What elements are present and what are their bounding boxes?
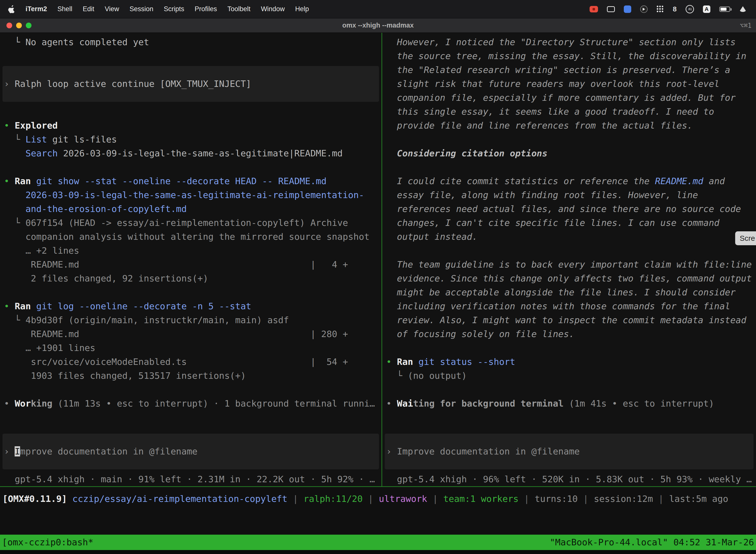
close-button[interactable] xyxy=(6,22,12,28)
text-segment xyxy=(413,357,419,367)
box-line: › Ralph loop active continue [OMX_TMUX_I… xyxy=(2,77,379,91)
text-segment: gpt-5.4 xhigh · main · 91% left · 2.31M … xyxy=(4,474,375,484)
text-segment: | xyxy=(653,494,669,504)
text-segment: Explored xyxy=(15,120,58,130)
minimize-button[interactable] xyxy=(16,22,22,28)
terminal-line: • Explored xyxy=(0,119,381,132)
text-segment: the "Related research writing" section i… xyxy=(386,65,730,75)
text-segment: › xyxy=(4,446,15,456)
text-segment xyxy=(31,176,36,186)
terminal-line: review. Also, I might want to inspect th… xyxy=(382,313,756,327)
terminal-line: output instead. xyxy=(382,230,756,244)
text-segment: Ran xyxy=(15,176,31,186)
prompt-input[interactable]: › Improve documentation in @filename xyxy=(385,434,754,469)
text-segment: git log --oneline --decorate -n 5 --stat xyxy=(36,301,251,311)
text-segment: (1m 41s • esc to interrupt) xyxy=(564,398,714,408)
text-segment: README.md | 280 + xyxy=(4,329,348,339)
text-segment: └ xyxy=(4,218,25,228)
text-segment: Ralph loop active continue [OMX_TMUX_INJ… xyxy=(15,79,251,89)
wifi-icon[interactable] xyxy=(739,6,747,12)
terminal-line: Search 2026-03-09-is-legal-the-same-as-l… xyxy=(0,147,381,160)
screen-recording-indicator-icon[interactable] xyxy=(589,6,598,12)
terminal-line: • Working (11m 13s • esc to interrupt) ·… xyxy=(0,397,381,410)
terminal-line: The team guideline is to back every impo… xyxy=(382,258,756,272)
pointer-app-icon[interactable] xyxy=(640,5,648,13)
text-segment: essay file, along with finding root file… xyxy=(386,190,698,200)
menu-item-help[interactable]: Help xyxy=(290,5,314,13)
battery-icon[interactable] xyxy=(719,6,730,12)
window-shortcut-badge: ⌥⌘1 xyxy=(740,22,752,29)
menu-item-profiles[interactable]: Profiles xyxy=(189,5,222,13)
terminal-line: └ 4b9d30f (origin/main, instructkr/main,… xyxy=(0,313,381,327)
blank-line xyxy=(0,160,381,174)
screen: iTerm2 ShellEditViewSessionScriptsProfil… xyxy=(0,0,756,554)
blue-app-icon[interactable] xyxy=(624,5,631,13)
text-segment: team:1 workers xyxy=(443,494,518,504)
text-segment: ting for background terminal xyxy=(413,398,564,408)
terminal-line: 2026-03-09-is-legal-the-same-as-legitima… xyxy=(0,188,381,202)
menu-item-toolbelt[interactable]: Toolbelt xyxy=(222,5,256,13)
text-segment: I could cite commit statistics or refere… xyxy=(386,176,655,186)
menu-item-window[interactable]: Window xyxy=(256,5,290,13)
text-segment xyxy=(31,301,36,311)
text-segment: However, I noticed the "Directory Struct… xyxy=(386,37,736,47)
menu-item-edit[interactable]: Edit xyxy=(78,5,100,13)
title-bar[interactable]: omx --xhigh --madmax ⌥⌘1 xyxy=(0,18,756,33)
app-grid-icon[interactable] xyxy=(656,5,664,13)
text-segment: README.md | 4 + xyxy=(4,259,348,270)
text-segment: └ No agents completed yet xyxy=(4,37,149,47)
input-source-icon[interactable]: A xyxy=(703,5,710,13)
text-segment: Ran xyxy=(15,301,31,311)
text-segment: • xyxy=(386,357,397,367)
text-segment: companion analysis without altering the … xyxy=(4,232,370,242)
terminal-line: this single essay, it seems like a good … xyxy=(382,105,756,119)
text-segment: (no output) xyxy=(408,371,467,381)
blank-line xyxy=(382,160,756,174)
keyboard-icon[interactable] xyxy=(607,6,615,12)
menu-item-scripts[interactable]: Scripts xyxy=(159,5,189,13)
right-pane[interactable]: However, I noticed the "Directory Struct… xyxy=(382,33,756,486)
menubar-status-icons: 8.61A xyxy=(589,5,749,13)
text-segment: … +2 lines xyxy=(4,245,79,256)
menu-item-shell[interactable]: Shell xyxy=(52,5,78,13)
text-segment: • xyxy=(4,120,15,130)
terminal-line: README.md | 280 + xyxy=(0,327,381,341)
window-controls xyxy=(0,22,32,28)
left-pane[interactable]: └ No agents completed yet› Ralph loop ac… xyxy=(0,33,381,486)
text-segment: 1903 files changed, 513517 insertions(+) xyxy=(4,371,246,381)
text-segment: I xyxy=(15,446,20,456)
text-segment: … +1901 lines xyxy=(4,343,95,353)
blank-line xyxy=(382,244,756,258)
menu-item-view[interactable]: View xyxy=(100,5,124,13)
text-segment: git ls-files xyxy=(47,134,117,145)
terminal-line: • Ran git log --oneline --decorate -n 5 … xyxy=(0,299,381,313)
terminal-line: … +1901 lines xyxy=(0,341,381,355)
text-segment: 2026-03-09-is-legal-the-same-as-legitima… xyxy=(58,148,343,158)
terminal-line: Considering citation options xyxy=(382,147,756,160)
text-segment: List xyxy=(25,134,47,145)
terminal-line: essay file, along with finding root file… xyxy=(382,188,756,202)
menu-item-session[interactable]: Session xyxy=(124,5,159,13)
text-segment: 067f154 (HEAD -> essay/ai-reimplementati… xyxy=(25,218,348,228)
apple-menu[interactable] xyxy=(7,5,20,14)
text-segment: Wor xyxy=(15,398,31,408)
terminal-line: 2 files changed, 92 insertions(+) xyxy=(0,272,381,285)
cpu-gauge-icon[interactable]: .61 xyxy=(686,5,694,13)
terminal-line: and-the-erosion-of-copyleft.md xyxy=(0,202,381,216)
text-segment: mprove documentation in @filename xyxy=(20,446,197,456)
stat-8-icon[interactable]: 8 xyxy=(673,5,677,13)
tmux-panes: └ No agents completed yet› Ralph loop ac… xyxy=(0,33,756,486)
text-segment: [OMX#0.11.9] xyxy=(2,494,72,504)
zoom-button[interactable] xyxy=(26,22,32,28)
text-segment: companion file, especially if more comme… xyxy=(386,93,736,103)
text-segment: and xyxy=(703,176,725,186)
terminal-line: companion analysis without altering the … xyxy=(0,230,381,244)
prompt-input[interactable]: › Improve documentation in @filename xyxy=(2,434,379,469)
tmux-bar-gap xyxy=(0,550,756,554)
terminal-line: README.md | 4 + xyxy=(0,258,381,272)
text-segment: last:5m ago xyxy=(669,494,728,504)
window-title: omx --xhigh --madmax xyxy=(0,21,756,29)
terminal-line: • Waiting for background terminal (1m 41… xyxy=(382,397,756,410)
terminal-line: the source tree, missing the essay. Stil… xyxy=(382,49,756,63)
menu-item-iterm2[interactable]: iTerm2 xyxy=(20,5,52,13)
